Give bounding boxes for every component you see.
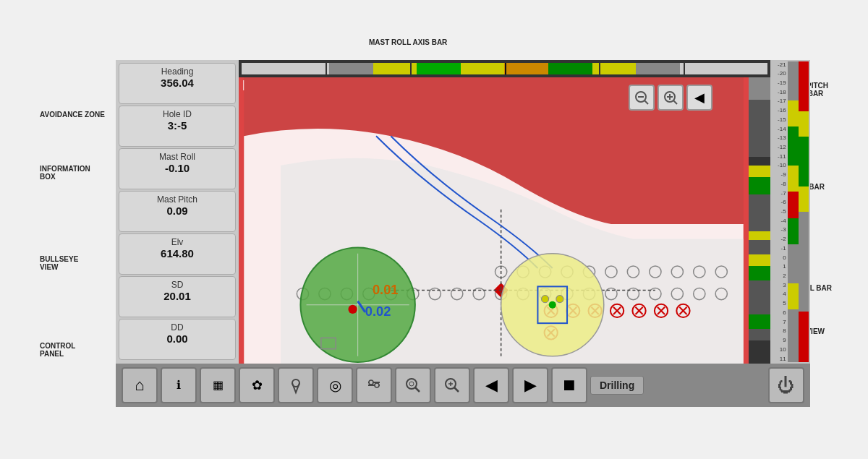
svg-point-84 [369,380,373,385]
stop-button[interactable]: ⏹ [551,367,587,403]
map-button[interactable] [278,367,314,403]
svg-line-87 [415,387,420,392]
toolbar: ⌂ ℹ ▦ ✿ ◎ ◀ ▶ ⏹ Drilling ⏻ [116,364,810,407]
hole-id-box: Hole ID 3:-5 [119,106,236,147]
avoidance-zone-label: AVOIDANCE ZONE [40,111,105,119]
svg-line-76 [644,100,648,104]
svg-point-63 [542,295,549,302]
info-button[interactable]: ℹ [161,367,197,403]
svg-text:0.02: 0.02 [365,304,391,319]
mast-roll-axis-bar [239,60,770,77]
prev-button[interactable]: ◀ [473,367,509,403]
svg-point-71 [348,304,357,313]
svg-point-85 [375,383,379,387]
search-button[interactable] [395,367,431,403]
mast-pitch-axis-bar [799,61,809,362]
svg-line-90 [454,387,459,392]
mast-roll-box: Mast Roll -0.10 [119,148,236,189]
power-button[interactable]: ⏻ [768,367,804,403]
plan-view: Plan view [239,77,749,364]
zoom-in-button[interactable] [658,85,684,111]
dd-value: 0.00 [121,333,234,345]
zoom-controls: ◀ [629,85,712,111]
elv-value: 614.80 [121,247,234,259]
sd-label: SD [121,280,234,290]
bullseye-view-label: BULLSEYEVIEW [40,255,78,271]
elv-label: Elv [121,237,234,247]
next-button[interactable]: ▶ [512,367,548,403]
dd-label: DD [121,322,234,333]
zoom-out-button[interactable] [629,85,655,111]
mast-pitch-value: 0.09 [121,205,234,217]
svg-text:0.01: 0.01 [373,281,399,296]
heading-box: Heading 356.04 [119,63,236,104]
mast-pitch-label: Mast Pitch [121,194,234,205]
layers-button[interactable]: ▦ [200,367,236,403]
information-box-label: INFORMATIONBOX [40,165,90,181]
right-bars-panel: -21-20-19-18-17 -16-15-14-13-12 -11-10-9… [770,60,810,364]
info-panel: Heading 356.04 Hole ID 3:-5 Mast Roll -0… [116,60,239,364]
config-button[interactable] [356,367,392,403]
mast-roll-value: -0.10 [121,162,234,174]
heading-value: 356.04 [121,77,234,89]
svg-point-88 [409,382,414,386]
heading-label: Heading [121,67,234,77]
status-label: Drilling [590,376,644,395]
svg-line-80 [673,100,677,104]
control-panel-label: CONTROLPANEL [40,342,75,358]
elv-box: Elv 614.80 [119,233,236,275]
svg-point-86 [407,379,417,389]
svg-point-62 [549,301,556,308]
svg-point-64 [556,295,563,302]
hole-id-value: 3:-5 [121,119,234,132]
mast-pitch-box: Mast Pitch 0.09 [119,191,236,232]
cut-fill-bar [788,61,799,362]
hole-id-label: Hole ID [121,109,234,119]
settings-button[interactable]: ✿ [239,367,275,403]
zoom-search-button[interactable] [434,367,470,403]
mast-roll-label: Mast Roll [121,152,234,162]
mast-roll-axis-label: MAST ROLL AXIS BAR [369,38,447,46]
target-button[interactable]: ◎ [317,367,353,403]
home-button[interactable]: ⌂ [122,367,158,403]
dd-box: DD 0.00 [119,319,236,360]
back-button[interactable]: ◀ [686,85,712,111]
sd-box: SD 20.01 [119,276,236,317]
sd-value: 20.01 [121,290,234,302]
depth-numbers: -21-20-19-18-17 -16-15-14-13-12 -11-10-9… [772,61,788,362]
view-area: Plan view [239,60,770,364]
